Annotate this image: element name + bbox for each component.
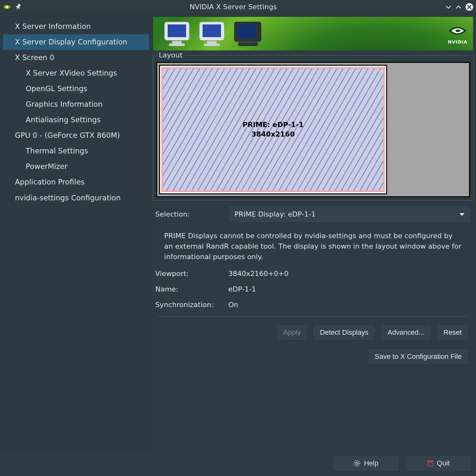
- advanced-button[interactable]: Advanced...: [380, 324, 432, 341]
- svg-rect-9: [204, 44, 220, 46]
- svg-rect-8: [207, 41, 217, 44]
- name-label: Name:: [155, 285, 228, 293]
- svg-point-13: [354, 460, 360, 466]
- layout-display-label: PRIME: eDP-1-1 3840x2160: [243, 120, 304, 139]
- monitor-icon: [232, 20, 264, 50]
- sidebar-item[interactable]: nvidia-settings Configuration: [3, 190, 149, 206]
- sidebar-item[interactable]: Graphics Information: [3, 97, 149, 112]
- sync-label: Synchronization:: [155, 301, 228, 309]
- nvidia-banner: NVIDIA: [153, 17, 473, 51]
- sidebar-item[interactable]: Thermal Settings: [3, 143, 149, 159]
- layout-canvas[interactable]: PRIME: eDP-1-1 3840x2160: [156, 62, 470, 197]
- svg-rect-3: [168, 24, 186, 37]
- svg-rect-11: [238, 24, 255, 38]
- nvidia-brand-text: NVIDIA: [448, 39, 467, 44]
- maximize-icon[interactable]: [455, 3, 462, 10]
- quit-icon: [427, 460, 434, 467]
- pin-icon[interactable]: [15, 3, 22, 10]
- svg-rect-12: [238, 42, 258, 46]
- sync-value: On: [228, 301, 471, 309]
- apply-button: Apply: [276, 324, 308, 341]
- minimize-icon[interactable]: [445, 3, 452, 10]
- window-title: NVIDIA X Server Settings: [22, 3, 445, 11]
- monitor-icon: [163, 20, 193, 50]
- nvidia-logo-icon: [3, 3, 11, 10]
- sidebar-item[interactable]: Antialiasing Settings: [3, 112, 149, 128]
- close-icon[interactable]: [465, 3, 473, 11]
- viewport-value: 3840x2160+0+0: [228, 270, 471, 278]
- nvidia-eye-icon: [448, 24, 467, 39]
- reset-button[interactable]: Reset: [436, 324, 469, 341]
- svg-rect-16: [428, 461, 433, 462]
- selection-value: PRIME Display: eDP-1-1: [234, 210, 316, 218]
- name-row: Name: eDP-1-1: [155, 285, 471, 293]
- selection-label: Selection:: [155, 210, 228, 218]
- quit-button[interactable]: Quit: [405, 455, 472, 472]
- sync-row: Synchronization: On: [155, 301, 471, 309]
- sidebar-item[interactable]: X Server Information: [3, 19, 149, 34]
- layout-group: Layout PRIME: eDP-1-1 3840x2160: [153, 55, 473, 201]
- help-button[interactable]: Help: [332, 455, 399, 472]
- svg-rect-5: [169, 44, 185, 46]
- prime-info-text: PRIME Displays cannot be controlled by n…: [155, 231, 471, 262]
- sidebar-item[interactable]: GPU 0 - (GeForce GTX 860M): [3, 128, 149, 143]
- viewport-row: Viewport: 3840x2160+0+0: [155, 270, 471, 278]
- svg-rect-4: [172, 41, 182, 44]
- selection-row: Selection: PRIME Display: eDP-1-1: [155, 205, 471, 223]
- name-value: eDP-1-1: [228, 285, 471, 293]
- sidebar-item[interactable]: OpenGL Settings: [3, 81, 149, 97]
- viewport-label: Viewport:: [155, 270, 228, 278]
- save-config-button[interactable]: Save to X Configuration File: [367, 348, 469, 365]
- detect-displays-button[interactable]: Detect Displays: [312, 324, 376, 341]
- sidebar-item[interactable]: PowerMizer: [3, 159, 149, 174]
- svg-rect-7: [203, 24, 221, 37]
- layout-screen[interactable]: PRIME: eDP-1-1 3840x2160: [159, 65, 387, 194]
- main-panel: NVIDIA Layout PRIME: eDP-1-1 3840x2160: [153, 17, 473, 450]
- titlebar: NVIDIA X Server Settings: [0, 0, 476, 14]
- svg-point-14: [356, 462, 358, 465]
- chevron-down-icon: [459, 210, 465, 218]
- separator: [157, 316, 469, 317]
- sidebar-tree[interactable]: X Server InformationX Server Display Con…: [3, 17, 150, 450]
- selection-dropdown[interactable]: PRIME Display: eDP-1-1: [228, 205, 471, 223]
- footer-button-row: Help Quit: [0, 453, 476, 476]
- layout-display[interactable]: PRIME: eDP-1-1 3840x2160: [161, 67, 385, 192]
- sidebar-item[interactable]: X Server XVideo Settings: [3, 65, 149, 81]
- svg-point-0: [6, 6, 8, 8]
- help-icon: [353, 459, 361, 467]
- sidebar-item[interactable]: X Server Display Configuration: [3, 34, 149, 50]
- sidebar-item[interactable]: X Screen 0: [3, 50, 149, 65]
- monitor-icon: [198, 20, 228, 50]
- sidebar-item[interactable]: Application Profiles: [3, 174, 149, 190]
- layout-group-label: Layout: [157, 51, 184, 59]
